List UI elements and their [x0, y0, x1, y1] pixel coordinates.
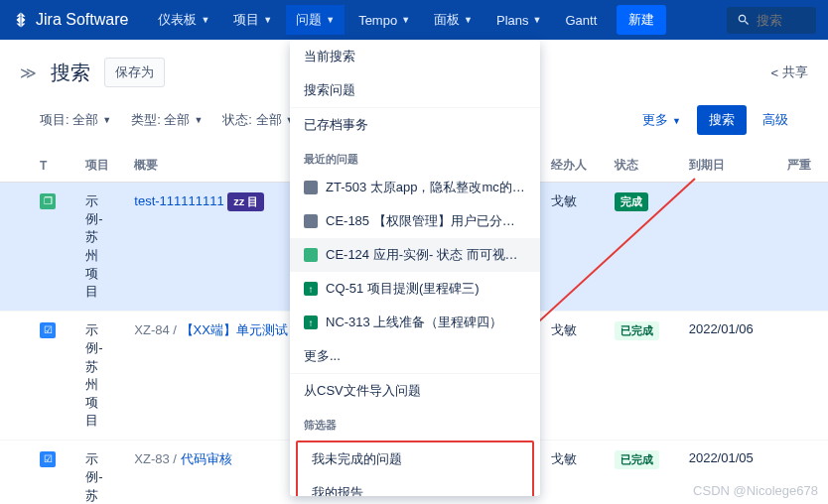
status-badge: 已完成: [615, 321, 659, 340]
share-button[interactable]: < 共享: [770, 63, 808, 81]
nav-plans[interactable]: Plans▼: [486, 7, 551, 34]
dd-recent-item[interactable]: CE-185 【权限管理】用户已分配JIRA...: [290, 204, 540, 238]
chevron-down-icon: ▼: [533, 15, 542, 25]
dd-more[interactable]: 更多...: [290, 339, 540, 373]
dd-filters-header: 筛选器: [290, 408, 540, 437]
chevron-down-icon: ▼: [201, 15, 209, 25]
cell-assignee: 戈敏: [543, 312, 607, 441]
nav-gantt[interactable]: Gantt: [555, 7, 607, 34]
issue-type-icon: ☑: [40, 451, 56, 467]
nav-projects[interactable]: 项目▼: [223, 5, 282, 35]
search-input[interactable]: [757, 13, 806, 28]
collapse-icon[interactable]: ≫: [20, 63, 37, 82]
dd-recent-item[interactable]: CE-124 应用-实例- 状态 而可视化。: [290, 238, 540, 272]
arrow-up-icon: ↑: [304, 315, 318, 329]
nav-tempo[interactable]: Tempo▼: [348, 7, 420, 34]
col-type[interactable]: T: [0, 149, 77, 183]
new-button[interactable]: 新建: [617, 5, 666, 35]
chevron-down-icon: ▼: [326, 15, 335, 25]
logo-text: Jira Software: [36, 11, 128, 29]
filter-status[interactable]: 状态: 全部▼: [222, 111, 294, 129]
issue-icon: [304, 214, 318, 228]
search-icon: [737, 13, 751, 27]
tag-badge: zz 目: [227, 192, 264, 211]
dd-recent-item[interactable]: ↑NC-313 上线准备（里程碑四）: [290, 306, 540, 339]
arrow-up-icon: ↑: [304, 282, 318, 296]
cell-due: [681, 183, 779, 312]
col-severity[interactable]: 严重: [779, 149, 828, 183]
dd-filter-item[interactable]: 我未完成的问题: [298, 442, 532, 476]
cell-due: 2022/01/06: [681, 312, 779, 441]
nav-issues[interactable]: 问题▼: [286, 5, 345, 35]
issues-dropdown: 当前搜索搜索问题已存档事务 最近的问题 ZT-503 太原app，隐私整改mc的…: [290, 40, 540, 496]
dd-filters-highlight: 我未完成的问题我的报告大数据平台任务看板开发三部工作任务开发五部工作看板: [296, 441, 534, 496]
status-badge: 已完成: [615, 450, 659, 469]
dd-recent-item[interactable]: ↑CQ-51 项目提测(里程碑三): [290, 272, 540, 306]
filter-type[interactable]: 类型: 全部▼: [131, 111, 203, 129]
dd-item[interactable]: 搜索问题: [290, 73, 540, 107]
saveas-button[interactable]: 保存为: [104, 58, 165, 87]
nav-dashboards[interactable]: 仪表板▼: [148, 5, 219, 35]
status-badge: 完成: [615, 192, 648, 211]
dd-import-csv[interactable]: 从CSV文件导入问题: [290, 373, 540, 408]
issue-link[interactable]: 【XX端】单元测试: [181, 322, 288, 337]
dd-recent-item[interactable]: ZT-503 太原app，隐私整改mc的接口...: [290, 171, 540, 204]
cell-assignee: 戈敏: [543, 183, 607, 312]
filter-more[interactable]: 更多 ▼: [642, 111, 681, 129]
col-due[interactable]: 到期日: [681, 149, 779, 183]
issue-type-icon: ☑: [40, 322, 56, 338]
chevron-down-icon: ▼: [464, 15, 473, 25]
top-nav: Jira Software 仪表板▼ 项目▼ 问题▼ Tempo▼ 面板▼ Pl…: [0, 0, 828, 40]
cell-assignee: 戈敏: [543, 441, 607, 504]
col-assignee[interactable]: 经办人: [543, 149, 607, 183]
page-title: 搜索: [51, 60, 90, 86]
cell-project: 示例-苏州项目: [77, 183, 126, 312]
search-button[interactable]: 搜索: [697, 105, 747, 135]
nav-boards[interactable]: 面板▼: [424, 5, 483, 35]
cell-project: 示例-苏州项目: [77, 441, 126, 504]
chevron-down-icon: ▼: [263, 15, 272, 25]
story-icon: [304, 248, 318, 262]
issue-type-icon: ❐: [40, 193, 56, 209]
filter-project[interactable]: 项目: 全部▼: [40, 111, 111, 129]
nav-items: 仪表板▼ 项目▼ 问题▼ Tempo▼ 面板▼ Plans▼ Gantt 新建: [148, 5, 666, 35]
issue-link[interactable]: 代码审核: [181, 451, 232, 466]
col-project[interactable]: 项目: [77, 149, 126, 183]
issue-link[interactable]: test-111111111: [134, 193, 223, 208]
advanced-link[interactable]: 高级: [762, 111, 788, 129]
watermark: CSDN @Nicolege678: [693, 483, 818, 498]
chevron-down-icon: ▼: [401, 15, 410, 25]
col-status[interactable]: 状态: [607, 149, 681, 183]
issue-icon: [304, 181, 318, 194]
dd-filter-item[interactable]: 我的报告: [298, 476, 532, 496]
logo[interactable]: Jira Software: [12, 11, 128, 29]
dd-item[interactable]: 已存档事务: [290, 107, 540, 142]
dd-item[interactable]: 当前搜索: [290, 40, 540, 73]
cell-project: 示例-苏州项目: [77, 312, 126, 441]
global-search[interactable]: [727, 7, 816, 34]
dd-recent-header: 最近的问题: [290, 142, 540, 171]
